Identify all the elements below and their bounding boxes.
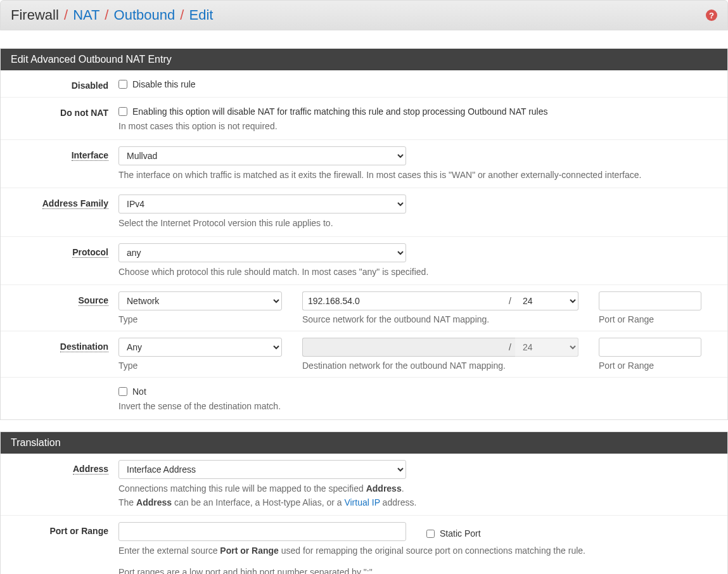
- label-protocol: Protocol: [1, 243, 118, 279]
- panel-translation: Translation Address Interface Address Co…: [0, 431, 728, 574]
- select-protocol[interactable]: any: [118, 243, 406, 262]
- select-source-mask[interactable]: 24: [515, 291, 578, 310]
- breadcrumb-sep: /: [63, 7, 69, 23]
- help-interface: The interface on which traffic is matche…: [118, 169, 717, 182]
- breadcrumb: Firewall / NAT / Outbound / Edit: [11, 7, 213, 23]
- help-trans-port-1: Enter the external source Port or Range …: [118, 545, 717, 558]
- input-destination-network: [302, 338, 505, 357]
- help-trans-address-2: The Address can be an Interface, a Host-…: [118, 497, 717, 509]
- help-trans-address-1: Connections matching this rule will be m…: [118, 483, 717, 495]
- input-source-network[interactable]: [302, 291, 505, 310]
- checkbox-do-not-nat-label: Enabling this option will disable NAT fo…: [132, 106, 548, 117]
- checkbox-not-label: Not: [132, 386, 146, 397]
- breadcrumb-edit[interactable]: Edit: [189, 7, 214, 23]
- label-interface: Interface: [1, 146, 118, 182]
- help-trans-port-2: Port ranges are a low port and high port…: [118, 566, 717, 574]
- help-address-family: Select the Internet Protocol version thi…: [118, 217, 717, 230]
- slash-divider: /: [505, 338, 515, 357]
- checkbox-disable-rule[interactable]: [118, 80, 127, 89]
- label-source: Source: [1, 291, 118, 324]
- panel-edit-nat: Edit Advanced Outbound NAT Entry Disable…: [0, 48, 728, 420]
- checkbox-do-not-nat[interactable]: [118, 107, 127, 116]
- label-trans-port: Port or Range: [1, 522, 118, 574]
- label-trans-address: Address: [1, 460, 118, 509]
- checkbox-disable-rule-label: Disable this rule: [132, 79, 196, 89]
- breadcrumb-outbound[interactable]: Outbound: [114, 7, 176, 23]
- select-destination-type[interactable]: Any: [118, 338, 282, 357]
- sub-source-type: Type: [118, 314, 282, 324]
- checkbox-static-port-label: Static Port: [440, 528, 481, 539]
- checkbox-do-not-nat-wrap[interactable]: Enabling this option will disable NAT fo…: [118, 104, 717, 117]
- panel-body-edit: Disabled Disable this rule Do not NAT En…: [1, 70, 727, 419]
- row-not: Not Invert the sense of the destination …: [1, 378, 727, 419]
- sub-destination-net: Destination network for the outbound NAT…: [302, 360, 578, 371]
- help-not: Invert the sense of the destination matc…: [118, 400, 717, 413]
- input-source-port[interactable]: [599, 291, 701, 310]
- row-address-family: Address Family IPv4 Select the Internet …: [1, 188, 727, 237]
- select-source-type[interactable]: Network: [118, 291, 282, 310]
- breadcrumb-root: Firewall: [11, 7, 59, 23]
- label-disabled: Disabled: [1, 77, 118, 91]
- checkbox-not-wrap[interactable]: Not: [118, 384, 717, 397]
- label-destination: Destination: [1, 338, 118, 371]
- row-trans-port: Port or Range Static Port Enter the exte…: [1, 516, 727, 574]
- slash-divider: /: [505, 291, 515, 310]
- row-source: Source Network Type / 24: [1, 285, 727, 331]
- label-address-family: Address Family: [1, 195, 118, 230]
- breadcrumb-nat[interactable]: NAT: [73, 7, 99, 23]
- label-not-empty: [1, 384, 118, 413]
- checkbox-disable-rule-wrap[interactable]: Disable this rule: [118, 77, 717, 89]
- label-do-not-nat: Do not NAT: [1, 104, 118, 133]
- help-protocol: Choose which protocol this rule should m…: [118, 266, 717, 279]
- row-interface: Interface Mullvad The interface on which…: [1, 140, 727, 189]
- sub-source-net: Source network for the outbound NAT mapp…: [302, 314, 578, 324]
- row-trans-address: Address Interface Address Connections ma…: [1, 454, 727, 516]
- panel-heading-translation: Translation: [1, 432, 727, 454]
- checkbox-not[interactable]: [118, 387, 127, 396]
- row-do-not-nat: Do not NAT Enabling this option will dis…: [1, 98, 727, 140]
- select-trans-address[interactable]: Interface Address: [118, 460, 406, 479]
- sub-destination-type: Type: [118, 360, 282, 371]
- breadcrumb-sep: /: [103, 7, 110, 23]
- row-protocol: Protocol any Choose which protocol this …: [1, 237, 727, 286]
- checkbox-static-port[interactable]: [426, 530, 435, 538]
- breadcrumb-sep: /: [179, 7, 185, 23]
- select-destination-mask: 24: [515, 338, 578, 357]
- panel-body-translation: Address Interface Address Connections ma…: [1, 454, 727, 574]
- sub-destination-port: Port or Range: [599, 360, 701, 371]
- checkbox-static-port-wrap[interactable]: Static Port: [426, 525, 481, 539]
- panel-heading-edit: Edit Advanced Outbound NAT Entry: [1, 49, 727, 70]
- input-destination-port[interactable]: [599, 338, 701, 357]
- row-destination: Destination Any Type / 24: [1, 331, 727, 378]
- help-do-not-nat: In most cases this option is not require…: [118, 120, 717, 133]
- page-header: Firewall / NAT / Outbound / Edit ?: [0, 0, 728, 30]
- select-interface[interactable]: Mullvad: [118, 146, 406, 165]
- sub-source-port: Port or Range: [599, 314, 701, 324]
- help-icon[interactable]: ?: [706, 10, 717, 21]
- row-disabled: Disabled Disable this rule: [1, 70, 727, 98]
- link-virtual-ip[interactable]: Virtual IP: [344, 497, 380, 507]
- input-trans-port[interactable]: [118, 522, 406, 541]
- select-address-family[interactable]: IPv4: [118, 195, 406, 214]
